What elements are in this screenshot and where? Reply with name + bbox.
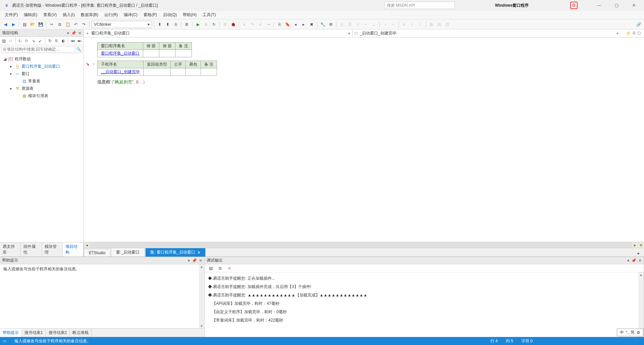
collapse-icon[interactable]: ◢ [3,57,7,61]
v-scrollbar[interactable]: ▴▾ [199,264,204,328]
tb-first-icon[interactable]: ⏮ [70,38,75,44]
tree-item[interactable]: ▸ {} 窗口程序集_启动窗口 [0,63,84,70]
fold-minus-icon[interactable]: − [93,62,95,66]
close-icon[interactable]: ✕ [638,258,642,263]
breakpoint-arrow-icon[interactable]: ↘ [86,62,89,66]
tab-structure[interactable]: 项目结构 [63,243,84,257]
wrench-icon[interactable]: 🔧 [319,21,326,28]
minimize-button[interactable]: — [594,2,604,9]
align5-icon[interactable]: ⫠ [371,21,377,28]
dist2-icon[interactable]: ⫟ [390,21,396,28]
class-name-cell[interactable]: 窗口程序集_启动窗口 [98,50,143,57]
breadcrumb-left[interactable]: ✦ 窗口程序集_启动窗口 ▾ [84,29,353,37]
tb-icon[interactable]: ⎘ [54,38,59,44]
code-editor[interactable]: 窗口程序集名 保 留 保 留 备 注 窗口程序集_启动窗口 ↘ − 子程序名 返… [84,38,644,242]
tb-last-icon[interactable]: ⏭ [77,38,82,44]
grid3-icon[interactable]: ⊡ [444,21,451,28]
run-to-icon[interactable]: ⇥ [265,21,272,28]
dropdown-icon[interactable]: ▾ [67,31,69,36]
menu-file[interactable]: 文件(F) [5,12,18,18]
build-icon[interactable]: ⬍ [156,21,163,28]
align4-icon[interactable]: ⫟ [363,21,369,28]
menu-start[interactable]: 启动(Q) [163,12,177,18]
menu-pane[interactable]: 窗格(P) [144,12,157,18]
tab-support[interactable]: 易支持库 [0,243,21,257]
restart-icon[interactable]: ↻ [211,21,217,28]
tree-search-input[interactable] [1,46,75,53]
ime-indicator[interactable]: 中 °, 简 ⚙ [617,329,643,336]
tab-etstudio[interactable]: ETStudio [84,249,110,257]
tab-module[interactable]: 模块管理 [42,243,63,257]
menu-compile[interactable]: 编译(C) [124,12,138,18]
tool-icon[interactable]: ⬡ [637,31,641,37]
tab-help[interactable]: 帮助提示 [0,329,22,337]
gear-icon[interactable]: ⚙ [637,330,640,335]
tab-search1[interactable]: 搜寻结果1 [22,329,46,337]
tb-icon[interactable]: ↙ [38,38,43,44]
tool-icon[interactable]: ⎘ [633,31,635,37]
save-icon[interactable]: 💾 [37,21,44,28]
code-line[interactable]: 信息框 ("枫岚剥壳", 0, , ) [97,79,644,85]
tree-item[interactable]: ▦ 模块引用表 [0,92,84,99]
align3-icon[interactable]: ⫴ [355,21,361,28]
build3-icon[interactable]: ⎘ [172,21,179,28]
tb-icon[interactable]: ⧉ [8,38,13,44]
menu-help[interactable]: 帮助(H) [183,12,197,18]
expand-icon[interactable]: ▸ [10,86,13,91]
linker-combo[interactable]: VC6linker▾ [92,21,152,28]
step-out-icon[interactable]: ↲ [257,21,264,28]
dist1-icon[interactable]: ⫞ [382,21,388,28]
breadcrumb-right[interactable]: ⬡ _启动窗口_创建完毕 ▾ [353,29,621,37]
menu-edit[interactable]: 编辑(E) [24,12,37,18]
tree-item[interactable]: ▤ 常量表 [0,77,84,85]
sub-name-cell[interactable]: __启动窗口_创建完毕 [98,68,144,76]
tab-search2[interactable]: 搜寻结果2 [46,329,70,337]
search-icon[interactable]: 🔍 [75,46,83,53]
tab-breakpoints[interactable]: 断点堆栈 [70,329,92,337]
pin-icon[interactable]: 📌 [71,31,76,36]
tb-icon[interactable]: ◐ [61,38,66,44]
redo-icon[interactable]: ↷ [80,21,87,28]
pin-icon[interactable]: 📌 [631,258,636,263]
tool-icon[interactable]: ⚡ [626,31,631,37]
expand-icon[interactable]: ▸ [10,64,13,69]
undo-icon[interactable]: ↶ [72,21,79,28]
new-icon[interactable]: ▤ [21,21,28,28]
nav-back-icon[interactable]: ◀ [2,21,9,28]
tb-icon[interactable]: ▤ [1,38,7,44]
menu-tools[interactable]: 工具(T) [203,12,216,18]
grid1-icon[interactable]: ⊞ [428,21,435,28]
copy-icon[interactable]: ⧉ [217,265,223,272]
tree-item[interactable]: ▸ ⚒ 资源表 [0,85,84,92]
close-button[interactable]: ✕ [629,2,639,9]
align2-icon[interactable]: ☰ [346,21,353,28]
menu-database[interactable]: 数据库(B) [81,12,98,18]
copy-icon[interactable]: ⧉ [56,21,63,28]
bookmark-prev-icon[interactable]: ◂ [292,21,299,28]
step-over-icon[interactable]: ↷ [249,21,256,28]
close-icon[interactable]: ✕ [78,31,82,36]
clear-icon[interactable]: ▤ [207,265,214,272]
bookmark-icon[interactable]: 🔖 [284,21,291,28]
scroll-left-icon[interactable]: ◂ [84,242,90,248]
bug-icon[interactable]: 🐞 [230,21,236,28]
build2-icon[interactable]: ⬍ [164,21,171,28]
size1-icon[interactable]: ≡ [401,21,408,28]
nav-forward-icon[interactable]: ▶ [10,21,17,28]
doc-icon[interactable]: 🗎 [183,21,190,28]
gitee-icon[interactable]: G [570,2,578,9]
tree-root[interactable]: ◢ [E] 程序数据 [0,55,84,63]
grid2-icon[interactable]: ⊟ [436,21,443,28]
h-scrollbar[interactable]: ◂ ▸ ▾ [84,242,644,248]
close-tab-icon[interactable]: ✕ [197,250,201,255]
align1-icon[interactable]: ▯ [338,21,345,28]
chevron-down-icon[interactable]: ▾ [348,31,350,36]
gear-icon[interactable]: ⚙ [327,21,334,28]
v-scrollbar[interactable]: ▴▾ [638,272,644,337]
tab-more-icon[interactable]: ▸ [635,250,642,257]
run-icon[interactable]: ▶ [195,21,201,28]
menu-run[interactable]: 运行(R) [104,12,118,18]
close-icon[interactable]: ✕ [199,258,202,263]
tb-icon[interactable]: t↑ [24,38,30,44]
dropdown-icon[interactable]: ▾ [627,258,629,263]
